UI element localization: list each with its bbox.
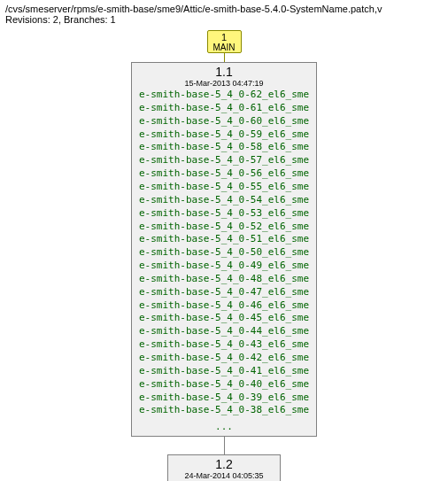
- tag-line: e-smith-base-5_4_0-43_el6_sme: [139, 338, 309, 352]
- branch-main-box: 1 MAIN: [207, 30, 242, 53]
- file-path: /cvs/smeserver/rpms/e-smith-base/sme9/At…: [5, 4, 443, 14]
- tag-line: e-smith-base-5_4_0-52_el6_sme: [139, 221, 309, 234]
- tag-line: e-smith-base-5_4_0-62_el6_sme: [139, 89, 309, 102]
- revision-meta: Revisions: 2, Branches: 1: [5, 14, 443, 25]
- tag-line: e-smith-base-5_4_0-38_el6_sme: [139, 404, 309, 417]
- revision-1-2-date: 24-Mar-2014 04:05:35: [184, 471, 263, 480]
- revision-1-1-num: 1.1: [132, 65, 316, 79]
- tag-line: e-smith-base-5_4_0-58_el6_sme: [139, 141, 309, 154]
- tag-line: e-smith-base-5_4_0-55_el6_sme: [139, 181, 309, 194]
- revision-1-1-tags: e-smith-base-5_4_0-62_el6_smee-smith-bas…: [132, 88, 316, 421]
- tag-line: e-smith-base-5_4_0-49_el6_sme: [139, 260, 309, 273]
- tag-line: e-smith-base-5_4_0-42_el6_sme: [139, 352, 309, 365]
- connector-line: [224, 53, 225, 62]
- tag-line: e-smith-base-5_4_0-57_el6_sme: [139, 154, 309, 167]
- tag-line: e-smith-base-5_4_0-46_el6_sme: [139, 299, 309, 313]
- revision-1-1-date: 15-Mar-2013 04:47:19: [132, 79, 316, 88]
- header: /cvs/smeserver/rpms/e-smith-base/sme9/At…: [0, 0, 448, 27]
- tag-line: e-smith-base-5_4_0-41_el6_sme: [139, 365, 309, 378]
- tag-line: e-smith-base-5_4_0-39_el6_sme: [139, 392, 309, 405]
- tag-line: e-smith-base-5_4_0-45_el6_sme: [139, 312, 309, 325]
- tag-line: e-smith-base-5_4_0-50_el6_sme: [139, 246, 309, 260]
- tag-line: e-smith-base-5_4_0-60_el6_sme: [139, 115, 309, 128]
- revision-1-1-ellipsis: ...: [132, 421, 316, 436]
- tag-line: e-smith-base-5_4_0-48_el6_sme: [139, 273, 309, 286]
- branch-main-num: 1: [213, 32, 236, 43]
- tag-line: e-smith-base-5_4_0-56_el6_sme: [139, 167, 309, 181]
- tag-line: e-smith-base-5_4_0-40_el6_sme: [139, 378, 309, 392]
- tag-line: e-smith-base-5_4_0-51_el6_sme: [139, 233, 309, 246]
- branch-main-label: MAIN: [213, 43, 236, 52]
- tag-line: e-smith-base-5_4_0-54_el6_sme: [139, 194, 309, 207]
- connector-line: [224, 437, 225, 454]
- revision-1-2-box: 1.2 24-Mar-2014 04:05:35 HEAD: [167, 454, 280, 481]
- revision-1-2-num: 1.2: [184, 457, 263, 471]
- tag-line: e-smith-base-5_4_0-53_el6_sme: [139, 207, 309, 221]
- tag-line: e-smith-base-5_4_0-44_el6_sme: [139, 325, 309, 338]
- revision-graph: 1 MAIN 1.1 15-Mar-2013 04:47:19 e-smith-…: [0, 27, 448, 481]
- tag-line: e-smith-base-5_4_0-47_el6_sme: [139, 286, 309, 299]
- tag-line: e-smith-base-5_4_0-59_el6_sme: [139, 128, 309, 142]
- revision-1-1-box: 1.1 15-Mar-2013 04:47:19 e-smith-base-5_…: [131, 62, 317, 437]
- tag-line: e-smith-base-5_4_0-61_el6_sme: [139, 102, 309, 115]
